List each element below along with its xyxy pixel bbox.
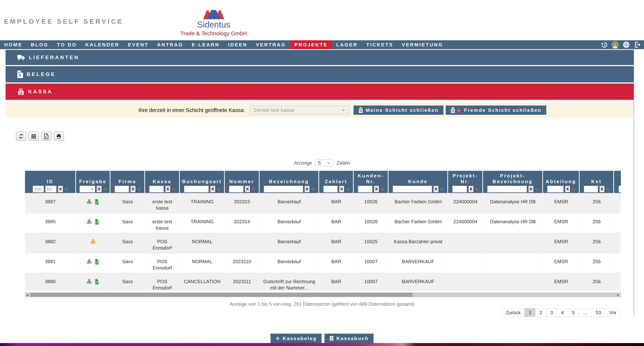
pagination-page-5[interactable]: 5 — [568, 308, 579, 317]
freigabe-status[interactable] — [79, 199, 107, 205]
table-row[interactable]: 3881SaxsPOS EnnsdorfNORMAL2023110Barverk… — [25, 253, 621, 273]
freigabe-status[interactable] — [79, 258, 107, 265]
filter-text-input[interactable] — [229, 186, 244, 193]
section-kassa[interactable]: KASSA — [6, 83, 634, 100]
nav-item-tickets[interactable]: TICKETS — [362, 40, 398, 49]
filter-clear-button[interactable]: X — [528, 186, 534, 193]
pagination-page-4[interactable]: 4 — [557, 308, 568, 317]
nav-item-to-do[interactable]: TO DO — [53, 40, 81, 49]
pagination-page-…[interactable]: … — [578, 308, 592, 317]
filter-von-input[interactable] — [32, 186, 44, 193]
column-header-projekt-nr-[interactable]: Projekt- Nr.X↑↓ — [448, 171, 483, 193]
filter-clear-button[interactable]: X — [433, 186, 439, 193]
nav-item-blog[interactable]: BLOG — [27, 40, 53, 49]
sort-icon[interactable]: ↑↓ — [475, 186, 478, 192]
filter-clear-button[interactable]: X — [304, 186, 310, 193]
scroll-left-icon[interactable]: ◄ — [25, 293, 30, 297]
sort-icon[interactable]: ↑↓ — [103, 186, 106, 192]
column-header-buchungsart[interactable]: BuchungsartX↑↓ — [180, 171, 225, 193]
freigabe-status[interactable] — [79, 219, 107, 225]
filter-text-input[interactable] — [358, 186, 372, 193]
sort-icon[interactable]: ↑↓ — [535, 186, 538, 192]
pagination-page-1[interactable]: 1 — [524, 308, 536, 317]
page-length-select[interactable]: 5 — [315, 159, 334, 167]
kassabuch-button[interactable]: Kassabuch — [324, 334, 374, 343]
sort-icon[interactable]: ↑↓ — [64, 186, 68, 192]
nav-item-ideen[interactable]: IDEEN — [224, 40, 252, 49]
filter-clear-button[interactable]: X — [165, 186, 170, 193]
column-header-id[interactable]: IDX↑↓ — [25, 171, 76, 193]
filter-text-input[interactable] — [264, 186, 303, 193]
sort-icon[interactable]: ↑↓ — [606, 186, 610, 192]
section-belege[interactable]: $ BELEGE — [6, 66, 634, 82]
sort-icon[interactable]: ↑↓ — [380, 186, 384, 192]
table-row[interactable]: 3880SaxsPOS EnnsdorfCANCELLATION2023111G… — [25, 273, 621, 291]
column-header-abteilung[interactable]: AbteilungX↑↓ — [543, 171, 580, 193]
nav-item-event[interactable]: EVENT — [124, 40, 153, 49]
scroll-right-icon[interactable]: ► — [616, 293, 620, 297]
sort-icon[interactable]: ↑↓ — [172, 186, 175, 192]
column-visibility-button[interactable] — [28, 132, 39, 141]
horizontal-scrollbar[interactable]: ◄ ► — [25, 292, 621, 297]
sort-icon[interactable]: ↑↓ — [311, 186, 314, 192]
filter-text-input[interactable] — [584, 186, 598, 193]
kassa-select[interactable]: 2/erste test kassa — [250, 106, 349, 115]
freigabe-status[interactable] — [79, 238, 107, 245]
column-header-bezeichnung[interactable]: BezeichnungX↑↓ — [260, 171, 319, 193]
filter-clear-button[interactable]: X — [468, 186, 474, 193]
column-header-extra[interactable]: X↑↓ — [614, 171, 621, 193]
column-header-freigabe[interactable]: FreigabeX↑↓ — [76, 171, 110, 193]
filter-text-input[interactable] — [149, 186, 164, 193]
filter-clear-button[interactable]: X — [96, 186, 102, 193]
pagination-page-2[interactable]: 2 — [535, 308, 546, 317]
table-row[interactable]: 3887Saxserste test kassaTRAINING202315Ba… — [25, 193, 621, 213]
filter-text-input[interactable] — [114, 186, 129, 193]
filter-text-input[interactable] — [547, 186, 564, 193]
filter-clear-button[interactable]: X — [374, 186, 379, 193]
filter-clear-button[interactable]: X — [339, 186, 344, 193]
nav-item-antrag[interactable]: ANTRAG — [153, 40, 188, 49]
nav-item-vermietung[interactable]: VERMIETUNG — [398, 40, 447, 49]
nav-item-e-learn[interactable]: E-LEARN — [188, 40, 224, 49]
filter-clear-button[interactable]: X — [599, 186, 605, 193]
column-header-firma[interactable]: FirmaX↑↓ — [110, 171, 145, 193]
refresh-button[interactable] — [16, 132, 26, 141]
nav-item-lager[interactable]: LAGER — [332, 40, 362, 49]
kassabeleg-button[interactable]: Kassabeleg — [270, 334, 322, 343]
sort-icon[interactable]: ↑↓ — [252, 186, 255, 192]
column-header-projekt-bezeichnung[interactable]: Projekt- BezeichnungX↑↓ — [483, 171, 543, 193]
nav-item-vertrag[interactable]: VERTRAG — [252, 40, 290, 49]
column-header-zahlart[interactable]: ZahlartX↑↓ — [319, 171, 354, 193]
column-header-kunden-nr-[interactable]: Kunden- Nr.X↑↓ — [354, 171, 388, 193]
column-header-kassa[interactable]: KassaX↑↓ — [145, 171, 180, 193]
history-icon[interactable] — [600, 41, 608, 48]
nav-item-home[interactable]: HOME — [0, 40, 27, 49]
nav-item-kalender[interactable]: KALENDER — [81, 40, 124, 49]
sort-icon[interactable]: ↑↓ — [572, 186, 575, 192]
column-header-kunde[interactable]: KundeX↑↓ — [388, 171, 448, 193]
section-lieferanten[interactable]: LIEFERANTEN — [6, 50, 634, 65]
table-row[interactable]: 3885Saxserste test kassaTRAINING202314Ba… — [25, 213, 621, 233]
freigabe-status[interactable] — [79, 278, 107, 285]
scrollbar-thumb[interactable] — [30, 293, 413, 297]
pagination-prev[interactable]: Zurück — [502, 308, 525, 317]
sort-icon[interactable]: ↑↓ — [346, 186, 349, 192]
pagination-page-53[interactable]: 53 — [592, 308, 605, 317]
filter-clear-button[interactable]: X — [210, 186, 216, 193]
column-header-nummer[interactable]: NummerX↑↓ — [225, 171, 260, 193]
filter-text-input[interactable] — [618, 186, 621, 193]
globe-icon[interactable] — [622, 41, 630, 48]
close-own-shift-button[interactable]: Meine Schicht schließen — [354, 105, 444, 115]
filter-clear-button[interactable]: X — [565, 186, 570, 193]
filter-text-input[interactable] — [323, 186, 338, 193]
close-foreign-shift-button[interactable]: Fremde Schicht schließen — [446, 105, 546, 115]
sort-icon[interactable]: ↑↓ — [217, 186, 220, 192]
sort-icon[interactable]: ↑↓ — [440, 186, 444, 192]
filter-text-input[interactable] — [392, 186, 432, 193]
logout-icon[interactable] — [634, 41, 641, 48]
filter-text-input[interactable] — [452, 186, 467, 193]
filter-select[interactable] — [79, 186, 95, 193]
excel-export-button[interactable]: x — [41, 132, 52, 141]
print-button[interactable] — [54, 132, 64, 141]
filter-text-input[interactable] — [184, 186, 209, 193]
